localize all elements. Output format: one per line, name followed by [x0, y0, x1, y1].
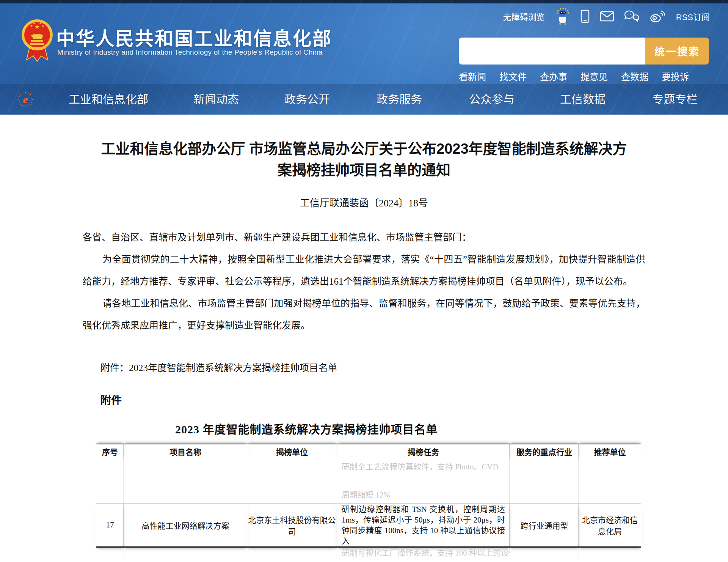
quick-link-files[interactable]: 找文件 [499, 69, 527, 83]
table-row-17: 17 高性能工业网络解决方案 北京东土科技股份有限公司 研制边缘控制器和 TSN… [96, 504, 641, 547]
ghost-cell [124, 547, 247, 558]
search-input[interactable] [459, 38, 645, 65]
site-subtitle-en: Ministry of Industry and Information Tec… [57, 48, 323, 57]
e-gov-icon[interactable]: e [17, 91, 34, 110]
weibo-icon[interactable] [650, 10, 666, 23]
article-title: 工业和信息化部办公厅 市场监管总局办公厅关于公布2023年度智能制造系统解决方 … [83, 138, 645, 181]
table-header-row: 序号 项目名称 揭榜单位 揭榜任务 服务的重点行业 推荐单位 [96, 444, 641, 459]
ghost-cell [247, 547, 337, 558]
quick-link-complaint[interactable]: 要投诉 [662, 69, 689, 83]
mail-icon[interactable] [600, 11, 614, 22]
site-title[interactable]: 中华人民共和国工业和信息化部 [56, 24, 332, 50]
cell-no: 17 [96, 504, 124, 547]
robot-mascot-icon[interactable] [555, 8, 570, 25]
quick-link-data[interactable]: 查数据 [621, 69, 648, 83]
article-body: 各省、自治区、直辖市及计划单列市、新疆生产建设兵团工业和信息化、市场监管主管部门… [83, 227, 645, 337]
wechat-icon[interactable] [624, 10, 640, 22]
svg-text:e: e [23, 93, 28, 105]
nav-item-news[interactable]: 新闻动态 [193, 84, 239, 115]
national-emblem-icon: ★ ★ ★ ★ ★ [21, 18, 53, 65]
col-header-project: 项目名称 [124, 444, 247, 459]
article-title-line2: 案揭榜挂帅项目名单的通知 [83, 159, 645, 181]
search-box: 统一搜索 [459, 38, 709, 65]
nav-item-gov-open[interactable]: 政务公开 [284, 84, 330, 115]
col-header-industry: 服务的重点行业 [510, 444, 579, 459]
article-title-line1: 工业和信息化部办公厅 市场监管总局办公厅关于公布2023年度智能制造系统解决方 [83, 138, 645, 159]
nav-item-gov-serve[interactable]: 政务服务 [377, 84, 422, 115]
utility-bar: 无障碍浏览 [503, 8, 710, 25]
page: { "header": { "accessibility_label": "无障… [0, 0, 728, 562]
ghost-cell-task: 研制全工艺流程仿真软件，支持 Photo、CVD 周期缩短 12% [337, 459, 510, 504]
ghost-cell [579, 459, 641, 504]
ghost-bottom-task: 研制可视化工厂操作系统，支持 100 种以上的设备接入 [337, 547, 510, 558]
col-header-unit: 揭榜单位 [247, 444, 337, 459]
cell-industry: 跨行业通用型 [510, 504, 579, 547]
accessibility-link[interactable]: 无障碍浏览 [503, 10, 545, 22]
col-header-task: 揭榜任务 [337, 444, 510, 459]
quick-link-feedback[interactable]: 提意见 [581, 69, 608, 83]
col-header-no: 序号 [96, 444, 124, 459]
attachment-heading: 附件 [100, 392, 728, 407]
rss-link[interactable]: RSS订阅 [676, 10, 710, 22]
ghost-task-line1: 研制全工艺流程仿真软件，支持 Photo、CVD [342, 460, 505, 472]
svg-text:★: ★ [33, 22, 35, 25]
quick-link-services[interactable]: 查办事 [540, 69, 567, 83]
table-row-clipped-below: 研制可视化工厂操作系统，支持 100 种以上的设备接入 [96, 547, 641, 558]
nav-item-public[interactable]: 公众参与 [469, 84, 515, 115]
attachment-table-title: 2023 年度智能制造系统解决方案揭榜挂帅项目名单 [175, 420, 728, 437]
site-banner: ★ ★ ★ ★ ★ 中华人民共和国工业和信息化部 Ministry of Ind… [0, 0, 728, 115]
attachment-table: 序号 项目名称 揭榜单位 揭榜任务 服务的重点行业 推荐单位 研制全工艺流程仿真… [96, 444, 641, 558]
quick-links: 看新闻 找文件 查办事 提意见 查数据 要投诉 [459, 69, 689, 83]
nav-item-miit[interactable]: 工业和信息化部 [69, 84, 148, 115]
svg-text:★: ★ [41, 24, 44, 28]
document-number: 工信厅联通装函〔2024〕18号 [0, 195, 728, 209]
nav-item-data[interactable]: 工信数据 [560, 84, 606, 115]
ghost-cell [510, 547, 579, 558]
col-header-recommender: 推荐单位 [579, 444, 641, 459]
ghost-cell [124, 459, 247, 504]
paragraph-1: 为全面贯彻党的二十大精神，按照全国新型工业化推进大会部署要求，落实《“十四五”智… [83, 249, 645, 293]
table-row-clipped-above: 研制全工艺流程仿真软件，支持 Photo、CVD 周期缩短 12% [96, 459, 641, 504]
cell-recommender: 北京市经济和信息化局 [579, 504, 641, 547]
cell-unit: 北京东土科技股份有限公司 [247, 504, 337, 547]
paragraph-2: 请各地工业和信息化、市场监管主管部门加强对揭榜单位的指导、监督和服务，在同等情况… [83, 293, 645, 337]
cell-task: 研制边缘控制器和 TSN 交换机，控制周期达 1ms，传输延迟小于 50μs，抖… [337, 504, 510, 547]
cell-project: 高性能工业网络解决方案 [124, 504, 247, 547]
ghost-cell [96, 459, 124, 504]
ghost-cell [247, 459, 337, 504]
nav-item-special[interactable]: 专题专栏 [652, 84, 698, 115]
attachment-reference[interactable]: 附件：2023年度智能制造系统解决方案揭榜挂帅项目名单 [100, 360, 728, 374]
ghost-cell [579, 547, 641, 558]
ghost-task-line2: 周期缩短 12% [342, 488, 505, 500]
ghost-cell [510, 459, 579, 504]
main-nav: e 工业和信息化部 新闻动态 政务公开 政务服务 公众参与 工信数据 专题专栏 [0, 84, 728, 115]
ghost-cell [96, 547, 124, 558]
unified-search-button[interactable]: 统一搜索 [645, 38, 709, 65]
quick-link-news[interactable]: 看新闻 [459, 69, 486, 83]
paragraph-salutation: 各省、自治区、直辖市及计划单列市、新疆生产建设兵团工业和信息化、市场监管主管部门… [83, 227, 645, 249]
mobile-icon[interactable] [581, 9, 590, 23]
